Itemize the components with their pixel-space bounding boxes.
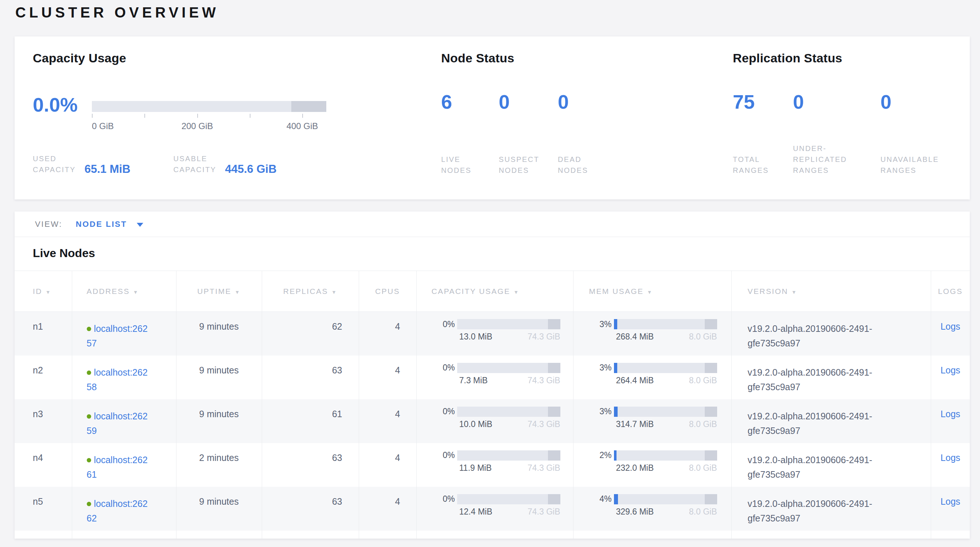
table-row: n1 localhost:26257 9 minutes 62 4 0% 13.… [14, 312, 970, 356]
column-header-mem-usage[interactable]: MEM USAGE▼ [573, 271, 731, 312]
used-capacity-value: 65.1 MiB [84, 163, 130, 176]
mem-meter-fill [614, 450, 617, 461]
capacity-used-value: 11.9 MiB [457, 463, 492, 473]
axis-label: 200 GiB [181, 121, 213, 131]
node-logs-cell: Logs [931, 399, 970, 443]
logs-link[interactable]: Logs [940, 321, 960, 331]
node-cpus-cell: 4 [359, 487, 416, 531]
node-replicas-cell: 62 [262, 312, 359, 356]
capacity-meter [457, 319, 560, 329]
node-capacity-usage-cell: 0% 13.0 MiB 74.3 GiB [416, 312, 573, 356]
node-mem-usage-cell: 3% 314.7 MiB 8.0 GiB [573, 399, 731, 443]
view-dropdown[interactable]: NODE LIST [76, 219, 127, 229]
node-address-link[interactable]: localhost:26258 [87, 367, 148, 392]
capacity-meter-reserved [548, 450, 560, 461]
node-cpus-cell: 4 [359, 443, 416, 487]
node-live-status-icon [87, 502, 91, 506]
replication-stats: 75 TOTAL RANGES 0 UNDER- REPLICATED RANG… [733, 91, 964, 176]
node-version-cell: v19.2.0-alpha.20190606-2491-gfe735c9a97 [731, 399, 931, 443]
live-nodes-stat: 6 LIVE NODES [441, 91, 499, 176]
node-live-status-icon [87, 414, 91, 419]
table-row: n2 localhost:26258 9 minutes 63 4 0% 7.3… [14, 356, 970, 399]
node-id-cell: n3 [14, 399, 72, 443]
mem-percent: 3% [593, 363, 612, 373]
node-replicas-cell: 63 [262, 487, 359, 531]
capacity-percent: 0% [437, 494, 455, 504]
axis-label: 0 GiB [92, 121, 114, 131]
usable-capacity-stat: USABLE CAPACITY 445.6 GiB [173, 153, 277, 175]
live-nodes-table: ID▼ ADDRESS▼ UPTIME▼ REPLICAS▼ CPUS CAPA… [14, 270, 970, 539]
capacity-usage-percent: 0.0% [33, 93, 78, 116]
mem-meter-fill [614, 407, 618, 417]
mem-meter [614, 319, 717, 329]
node-version-cell: v19.2.0-alpha.20190606-2491-gfe735c9a97 [731, 312, 931, 356]
node-address-link[interactable]: localhost:26259 [87, 411, 148, 436]
mem-meter-reserved [705, 407, 717, 417]
column-header-capacity-usage[interactable]: CAPACITY USAGE▼ [416, 271, 573, 312]
table-row: n5 localhost:26262 9 minutes 63 4 0% 12.… [14, 487, 970, 531]
node-address-link[interactable]: localhost:26261 [87, 455, 148, 480]
logs-link[interactable]: Logs [940, 453, 960, 463]
node-uptime-cell: 9 minutes [176, 356, 262, 399]
column-header-version[interactable]: VERSION▼ [731, 271, 931, 312]
logs-link[interactable]: Logs [940, 365, 960, 375]
mem-meter-fill [614, 363, 617, 373]
node-uptime-cell: 9 minutes [176, 399, 262, 443]
node-mem-usage-cell: 3% 264.4 MiB 8.0 GiB [573, 356, 731, 399]
capacity-used-value: 13.0 MiB [457, 332, 493, 342]
node-uptime-cell: 2 minutes [176, 443, 262, 487]
column-header-cpus: CPUS [359, 271, 416, 312]
capacity-percent: 0% [437, 363, 455, 373]
node-id-cell: n4 [14, 443, 72, 487]
column-header-uptime[interactable]: UPTIME▼ [176, 271, 262, 312]
live-nodes-heading: Live Nodes [14, 237, 970, 270]
node-cpus-cell: 4 [359, 356, 416, 399]
capacity-usage-title: Capacity Usage [33, 51, 426, 65]
node-version-cell: v19.2.0-alpha.20190606-2491-gfe735c9a97 [731, 443, 931, 487]
mem-meter [614, 407, 717, 417]
node-logs-cell: Logs [931, 487, 970, 531]
column-header-replicas[interactable]: REPLICAS▼ [262, 271, 359, 312]
view-label: VIEW: [35, 219, 62, 229]
axis-tick [302, 114, 303, 118]
node-address-cell: localhost:26258 [72, 356, 176, 399]
capacity-meter [457, 494, 560, 504]
used-capacity-label: USED CAPACITY [33, 153, 76, 175]
mem-percent: 3% [593, 320, 612, 329]
node-mem-usage-cell: 2% 232.0 MiB 8.0 GiB [573, 443, 731, 487]
capacity-percent: 0% [437, 320, 455, 329]
node-status-section: Node Status 6 LIVE NODES 0 SUSPECT NODES [441, 51, 718, 65]
node-id-cell: n5 [14, 487, 72, 531]
mem-total-value: 8.0 GiB [689, 332, 717, 342]
node-address-link[interactable]: localhost:26262 [87, 498, 148, 523]
chevron-down-icon[interactable] [137, 223, 143, 227]
node-id-cell: n1 [14, 312, 72, 356]
node-capacity-usage-cell: 0% 12.4 MiB 74.3 GiB [416, 487, 573, 531]
sort-arrow-icon: ▼ [647, 289, 652, 295]
node-live-status-icon [87, 458, 91, 463]
mem-meter-reserved [705, 363, 717, 373]
node-address-link[interactable]: localhost:26257 [87, 323, 148, 348]
logs-link[interactable]: Logs [940, 409, 960, 419]
node-address-cell: localhost:26261 [72, 443, 176, 487]
node-status-stats: 6 LIVE NODES 0 SUSPECT NODES 0 [441, 91, 631, 176]
usable-capacity-label: USABLE CAPACITY [173, 153, 216, 175]
node-mem-usage-cell: 4% 329.6 MiB 8.0 GiB [573, 487, 731, 531]
capacity-meter [457, 450, 560, 461]
total-ranges-stat: 75 TOTAL RANGES [733, 91, 793, 176]
mem-meter [614, 363, 717, 373]
table-row: n3 localhost:26259 9 minutes 61 4 0% 10.… [14, 399, 970, 443]
column-header-id[interactable]: ID▼ [14, 271, 72, 312]
mem-percent: 3% [593, 407, 612, 417]
axis-tick [197, 114, 198, 118]
column-header-address[interactable]: ADDRESS▼ [72, 271, 176, 312]
node-address-cell: localhost:26257 [72, 312, 176, 356]
capacity-used-value: 7.3 MiB [457, 375, 488, 385]
sort-arrow-icon: ▼ [46, 289, 51, 295]
cluster-summary-card: Capacity Usage 0.0% 0 GiB 200 GiB 400 Gi… [14, 37, 970, 199]
cluster-overview-page: CLUSTER OVERVIEW Capacity Usage 0.0% 0 G… [0, 0, 980, 547]
mem-total-value: 8.0 GiB [689, 507, 717, 517]
logs-link[interactable]: Logs [940, 496, 960, 507]
usable-capacity-value: 445.6 GiB [225, 163, 276, 176]
column-header-logs: LOGS [931, 271, 970, 312]
